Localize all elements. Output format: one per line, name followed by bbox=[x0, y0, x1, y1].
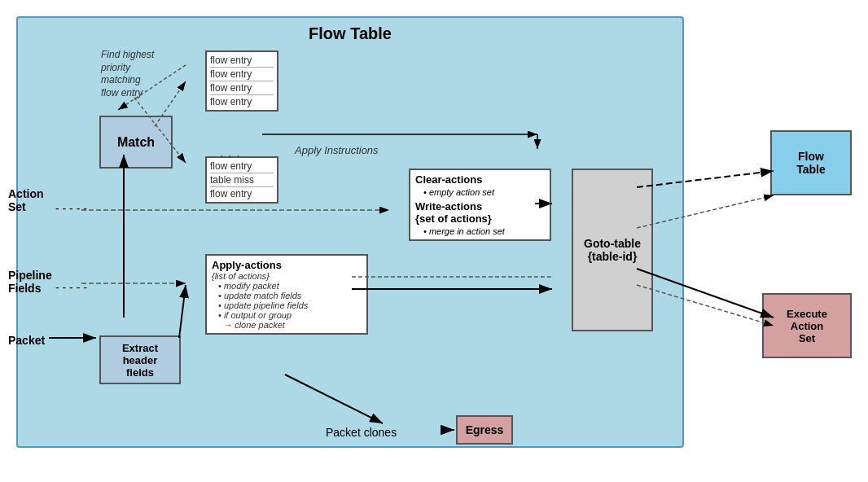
action-set-text: ActionSet bbox=[8, 187, 44, 213]
egress-box: Egress bbox=[456, 415, 513, 445]
match-box: Match bbox=[99, 116, 173, 169]
flow-entry-2: flow entry bbox=[210, 68, 274, 81]
goto-table-box: Goto-table{table-id} bbox=[572, 169, 653, 331]
action-set-label: ActionSet bbox=[8, 187, 44, 213]
apply-action-5: → clone packet bbox=[218, 320, 362, 330]
flow-table-container: Flow Table Find highestprioritymatchingf… bbox=[16, 16, 684, 448]
write-actions-sub: • merge in action set bbox=[423, 226, 545, 236]
apply-action-2: • update match fields bbox=[218, 291, 362, 300]
action-set-dashes: - - - - - bbox=[55, 202, 87, 215]
execute-action-set-label: ExecuteActionSet bbox=[787, 308, 827, 344]
flow-table-right-label: FlowTable bbox=[796, 150, 826, 176]
table-miss: table miss bbox=[210, 173, 274, 187]
flow-entries-group2: flow entry table miss flow entry bbox=[205, 156, 278, 204]
execute-action-set-box: ExecuteActionSet bbox=[762, 293, 852, 358]
clear-write-box: Clear-actions • empty action set Write-a… bbox=[409, 169, 551, 241]
flow-entry-1: flow entry bbox=[210, 54, 274, 68]
write-actions-title: Write-actions{set of actions} bbox=[415, 200, 545, 225]
packet-text: Packet bbox=[8, 334, 45, 347]
match-label: Match bbox=[117, 135, 155, 150]
find-highest-text: Find highestprioritymatchingflow entry bbox=[101, 49, 199, 99]
flow-entry-4: flow entry bbox=[210, 95, 274, 108]
flow-table-right-box: FlowTable bbox=[770, 130, 852, 195]
flow-table-title: Flow Table bbox=[309, 24, 392, 43]
apply-instructions-label: Apply Instructions bbox=[295, 144, 379, 156]
clear-actions-sub: • empty action set bbox=[423, 187, 545, 197]
apply-actions-subtitle: {list of actions} bbox=[212, 271, 362, 281]
flow-entry-6: flow entry bbox=[210, 187, 274, 200]
flow-entry-3: flow entry bbox=[210, 81, 274, 95]
packet-label: Packet bbox=[8, 334, 45, 347]
pipeline-dashes: - - - - - bbox=[55, 281, 87, 294]
flow-entry-5: flow entry bbox=[210, 160, 274, 173]
pipeline-fields-label: PipelineFields bbox=[8, 269, 52, 295]
packet-clones-label: Packet clones bbox=[326, 426, 397, 439]
flow-entries-group1: flow entry flow entry flow entry flow en… bbox=[205, 50, 278, 112]
goto-table-label: Goto-table{table-id} bbox=[584, 237, 641, 263]
apply-action-4: • if output or group bbox=[218, 310, 362, 320]
pipeline-fields-text: PipelineFields bbox=[8, 269, 52, 295]
apply-actions-title: Apply-actions bbox=[212, 259, 362, 271]
apply-action-3: • update pipeline fields bbox=[218, 300, 362, 310]
extract-header-box: Extractheaderfields bbox=[99, 335, 181, 384]
egress-label: Egress bbox=[466, 423, 504, 436]
apply-action-1: • modify packet bbox=[218, 281, 362, 291]
extract-header-label: Extractheaderfields bbox=[122, 342, 158, 379]
apply-actions-box: Apply-actions {list of actions} • modify… bbox=[205, 254, 368, 335]
clear-actions-title: Clear-actions bbox=[415, 173, 545, 186]
